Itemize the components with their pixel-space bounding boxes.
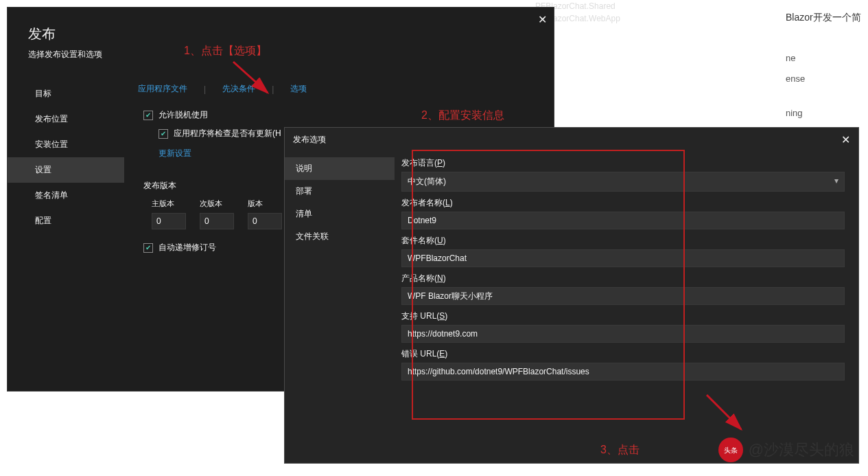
options-main: 发布语言(P) 中文(简体) 发布者名称(L) 套件名称(U) 产品名称(N) … bbox=[395, 152, 858, 439]
update-settings-link[interactable]: 更新设置 bbox=[159, 148, 191, 159]
sidebar-item-config[interactable]: 配置 bbox=[8, 208, 124, 234]
suite-input[interactable] bbox=[401, 249, 845, 267]
tab-app-files[interactable]: 应用程序文件 bbox=[138, 81, 187, 97]
product-input[interactable] bbox=[401, 287, 845, 305]
dialog-title: 发布 bbox=[28, 25, 554, 43]
publisher-input[interactable] bbox=[401, 212, 845, 229]
support-url-label: 支持 URL(S) bbox=[401, 310, 845, 322]
build-label: 版本 bbox=[248, 199, 282, 209]
dialog2-title: 发布选项 bbox=[293, 134, 326, 146]
error-url-label: 错误 URL(E) bbox=[401, 348, 845, 360]
publish-sidebar: 目标 发布位置 安装位置 设置 签名清单 配置 bbox=[8, 81, 124, 260]
minor-input[interactable] bbox=[200, 213, 234, 229]
checkbox-updates[interactable]: ✔ bbox=[159, 129, 168, 139]
sidebar-item-manifest[interactable]: 清单 bbox=[285, 203, 395, 225]
sidebar-item-signing[interactable]: 签名清单 bbox=[8, 183, 124, 208]
product-label: 产品名称(N) bbox=[401, 273, 845, 284]
support-url-input[interactable] bbox=[401, 325, 845, 343]
dialog-subtitle: 选择发布设置和选项 bbox=[28, 49, 554, 60]
checkbox-updates-label: 应用程序将检查是否有更新(H bbox=[174, 128, 281, 139]
watermark-text: @沙漠尽头的狼 bbox=[749, 440, 854, 460]
sidebar-item-target[interactable]: 目标 bbox=[8, 81, 124, 106]
checkbox-offline-label: 允许脱机使用 bbox=[159, 109, 208, 121]
sidebar-item-settings[interactable]: 设置 bbox=[8, 157, 124, 183]
error-url-input[interactable] bbox=[401, 363, 845, 381]
sidebar-item-publish-location[interactable]: 发布位置 bbox=[8, 106, 124, 132]
watermark: 头条 @沙漠尽头的狼 bbox=[718, 438, 854, 462]
annotation-step1: 1、点击【选项】 bbox=[184, 44, 267, 58]
close-icon[interactable]: ✕ bbox=[538, 13, 547, 26]
bg-right-panel: Blazor开发一个简 ne ense ning bbox=[786, 7, 861, 124]
lang-select[interactable]: 中文(简体) bbox=[401, 172, 845, 192]
close-icon[interactable]: ✕ bbox=[841, 133, 850, 146]
toutiao-logo-icon: 头条 bbox=[718, 438, 743, 462]
tab-options[interactable]: 选项 bbox=[290, 81, 307, 97]
suite-label: 套件名称(U) bbox=[401, 235, 845, 247]
major-input[interactable] bbox=[152, 213, 186, 229]
annotation-step3: 3、点击 bbox=[600, 443, 640, 457]
build-input[interactable] bbox=[248, 213, 282, 229]
checkbox-offline[interactable]: ✔ bbox=[143, 111, 153, 120]
options-sidebar: 说明 部署 清单 文件关联 bbox=[285, 152, 395, 439]
publish-options-dialog: 发布选项 ✕ 说明 部署 清单 文件关联 发布语言(P) 中文(简体) 发布者名… bbox=[284, 127, 859, 464]
sidebar-item-deploy[interactable]: 部署 bbox=[285, 180, 395, 203]
sidebar-item-file-assoc[interactable]: 文件关联 bbox=[285, 225, 395, 248]
checkbox-autoinc[interactable]: ✔ bbox=[143, 243, 153, 253]
checkbox-autoinc-label: 自动递增修订号 bbox=[159, 242, 216, 253]
annotation-step2: 2、配置安装信息 bbox=[421, 109, 504, 123]
lang-label: 发布语言(P) bbox=[401, 157, 845, 169]
tab-prerequisites[interactable]: 先决条件 bbox=[222, 81, 255, 97]
minor-label: 次版本 bbox=[200, 199, 234, 209]
sidebar-item-install-location[interactable]: 安装位置 bbox=[8, 132, 124, 157]
sidebar-item-description[interactable]: 说明 bbox=[285, 157, 395, 180]
major-label: 主版本 bbox=[152, 199, 186, 209]
publisher-label: 发布者名称(L) bbox=[401, 197, 845, 209]
